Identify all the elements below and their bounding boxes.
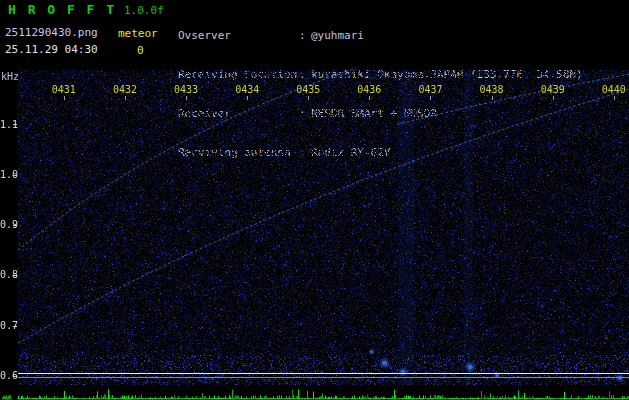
x-tick-label: 0435 [296,84,320,95]
app-title: H R O F F T [8,3,116,16]
y-tick-label: 0.6 [0,370,13,381]
hrofft-output-screen: H R O F F T 1.0.0f 2511290430.png meteor… [0,0,629,400]
y-axis-unit-label: kHz [1,70,19,83]
spectrogram-canvas [0,68,629,400]
y-tick-label: 0.9 [0,219,13,230]
x-tick-label: 0440 [602,84,626,95]
x-tick-label: 0433 [174,84,198,95]
mode-label: meteor [118,27,158,40]
x-tick-label: 0439 [541,84,565,95]
meteor-count: 0 [137,44,144,57]
app-version: 1.0.0f [124,4,164,17]
x-tick-label: 0432 [113,84,137,95]
y-tick-label: 0.7 [0,320,13,331]
x-tick-label: 0431 [52,84,76,95]
x-tick-label: 0436 [357,84,381,95]
info-label: Ovserver [178,29,299,42]
output-filename: 2511290430.png [5,26,98,39]
info-value: @yuhmari [311,29,364,42]
info-row-observer: Ovserver:@yuhmari [178,29,583,42]
y-tick-label: 0.8 [0,269,13,280]
y-tick-label: 1.0 [0,169,13,180]
x-tick-label: 0437 [418,84,442,95]
timestamp: 25.11.29 04:30 [5,43,98,56]
y-tick-label: 1.1 [0,119,13,130]
x-tick-label: 0438 [480,84,504,95]
info-separator: : [299,29,311,42]
x-tick-label: 0434 [235,84,259,95]
